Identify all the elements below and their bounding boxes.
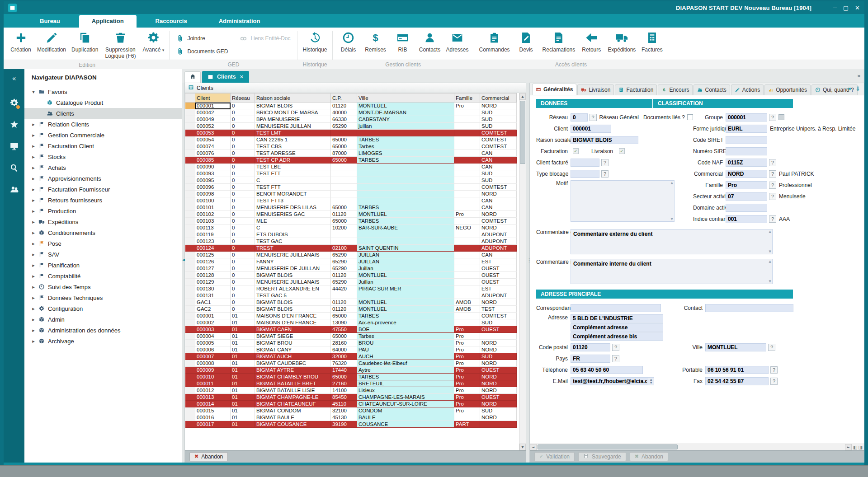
client-row-000017-bigmat-cousance[interactable]: 00001701BIGMAT COUSANCE39190COUSANCEPART	[185, 421, 517, 428]
client-row-000101-menuiserie-des-lilas[interactable]: 0001010MENUISERIE DES LILAS65000TARBESCA…	[185, 204, 517, 211]
row-selector[interactable]	[185, 401, 195, 407]
ribbon-button-avance[interactable]: Avancé ▾	[140, 30, 167, 55]
client-row-000012-bigmat-bataille-lisie[interactable]: 00001201BIGMAT BATAILLE LISIE14100Lisieu…	[185, 387, 517, 394]
client-row-000090-test-lbe[interactable]: 0000900TEST LBECAN	[185, 164, 517, 170]
client-row-000007-bigmat-auch[interactable]: 00000701BIGMAT AUCH32000AUCHProSUD	[185, 353, 517, 360]
row-selector[interactable]	[185, 421, 195, 428]
client-row-000008-bigmat-caudebec[interactable]: 00000801BIGMAT CAUDEBEC76320Caudebec-lès…	[185, 360, 517, 367]
grid-abandon-button[interactable]: ✖ Abandon	[189, 452, 228, 461]
ribbon-button-retours[interactable]: Retours	[578, 30, 605, 55]
client-row-000014-bigmat-chateauneuf[interactable]: 00001401BIGMAT CHATEAUNEUF45110CHATEAUNE…	[185, 401, 517, 407]
row-selector[interactable]	[185, 136, 195, 143]
column-header-famille[interactable]: Famille	[454, 94, 480, 103]
sidebar-item-pose[interactable]: ▸Pose	[24, 238, 182, 249]
sidebar-item-catalogue-produit[interactable]: Catalogue Produit	[24, 97, 182, 108]
sidebar-item-suivi-des-temps[interactable]: ▸Suivi des Temps	[24, 281, 182, 292]
sauvegarde-button[interactable]: Sauvegarde	[578, 452, 626, 461]
row-selector[interactable]	[185, 170, 195, 177]
code-siret-field[interactable]	[726, 136, 767, 144]
pays-field[interactable]: FR	[571, 355, 610, 363]
detail-tab-generalites[interactable]: Généralités	[532, 84, 576, 95]
sidebar-item-expeditions[interactable]: ▸Expéditions	[24, 216, 182, 227]
row-selector[interactable]	[185, 197, 195, 204]
client-row-000010-bigmat-chambly-brou[interactable]: 00001001BIGMAT CHAMBLY BROU65000TARBESPr…	[185, 374, 517, 380]
row-selector[interactable]	[185, 340, 195, 346]
fax-help-button[interactable]: ?	[770, 378, 778, 385]
spinner-down-icon[interactable]: ▼	[650, 381, 652, 384]
client-row-000002-maisons-d-en-france[interactable]: 00000201MAISONS D'EN FRANCE13090Aix-en-p…	[185, 319, 517, 326]
sidebar-item-achats[interactable]: ▸Achats	[24, 162, 182, 173]
menu-tab-administration[interactable]: Administration	[206, 15, 273, 28]
home-tab[interactable]	[184, 71, 201, 83]
row-selector[interactable]	[185, 103, 195, 109]
sidebar-item-stocks[interactable]: ▸Stocks	[24, 151, 182, 162]
row-selector[interactable]	[185, 387, 195, 394]
sidebar-item-donnees-techniques[interactable]: ▸Données Techniques	[24, 292, 182, 303]
client-row-000052-menuiserie-juillan[interactable]: 0000520MENUISERIE JUILLAN65290juillanSUD	[185, 123, 517, 130]
pin-panel-icon[interactable]: ⇥	[846, 85, 851, 92]
collapse-arrow-icon[interactable]: ◄	[182, 257, 185, 262]
numero-siren-field[interactable]	[726, 147, 767, 155]
client-row-000013-bigmat-champagne-le[interactable]: 00001301BIGMAT CHAMPAGNE-LE85450CHAMPAGN…	[185, 394, 517, 401]
menu-tab-application[interactable]: Application	[79, 15, 137, 28]
row-selector[interactable]	[185, 414, 195, 421]
row-selector[interactable]	[185, 245, 195, 252]
scroll-track[interactable]	[519, 100, 526, 444]
ribbon-button-documents-ged[interactable]: Documents GED	[176, 48, 228, 56]
scroll-down-button[interactable]: ▼	[519, 444, 526, 450]
ribbon-button-commandes[interactable]: Commandes	[476, 30, 513, 55]
row-selector[interactable]	[185, 319, 195, 326]
motif-textarea[interactable]	[571, 180, 675, 222]
column-header-reseau[interactable]: Réseau	[231, 94, 255, 103]
type-blocage-help-button[interactable]: ?	[601, 170, 609, 178]
code-postal-field[interactable]: 01120	[571, 343, 610, 351]
validation-button[interactable]: ✓ Validation	[534, 452, 575, 461]
groupe-option-checkbox[interactable]	[778, 114, 784, 120]
sidebar-item-facturation-fournisseur[interactable]: ▸Facturation Fournisseur	[24, 184, 182, 195]
correspondant-field[interactable]	[571, 304, 661, 312]
sidebar-item-configuration[interactable]: ▸Configuration	[24, 303, 182, 314]
client-row-000016-bigmat-baule[interactable]: 00001601BIGMAT BAULE45130BAULENORD	[185, 414, 517, 421]
horizontal-scrollbar[interactable]: ◄ ► ◧ ◨	[530, 444, 864, 450]
client-row-000123-test-gac[interactable]: 0001230TEST GACADUPONT	[185, 238, 517, 245]
collapse-navigator-button[interactable]: «	[12, 75, 16, 83]
detail-tab-opportunites[interactable]: Opportunités	[764, 84, 811, 95]
column-header-client[interactable]: Client	[195, 94, 231, 103]
row-selector[interactable]	[185, 258, 195, 265]
pays-help-button[interactable]: ?	[612, 355, 619, 362]
sidebar-item-retours-fournisseurs[interactable]: ▸Retours fournisseurs	[24, 195, 182, 206]
row-selector[interactable]	[185, 238, 195, 245]
groupe-help-button[interactable]: ?	[769, 114, 776, 121]
adresse-line3-field[interactable]: Complément adresse bis	[571, 332, 663, 341]
scroll-up-button[interactable]: ▲	[519, 93, 526, 100]
row-selector[interactable]	[185, 224, 195, 231]
row-selector[interactable]	[185, 306, 195, 313]
row-selector[interactable]	[185, 252, 195, 258]
client-row-000131-test-gac-5[interactable]: 0001310TEST GAC 5ADUPONT	[185, 292, 517, 299]
facturation-checkbox[interactable]: ✓	[573, 148, 579, 154]
commentaire-int-textarea[interactable]: Commentaire interne du client	[571, 259, 773, 284]
row-selector[interactable]	[185, 157, 195, 164]
ribbon-button-modification[interactable]: Modification	[34, 30, 69, 55]
commentaire-ext-textarea[interactable]: Commentaire externe du client	[571, 229, 773, 254]
row-selector[interactable]	[185, 184, 195, 191]
sidebar-item-comptabilite[interactable]: ▸Comptabilité	[24, 271, 182, 281]
row-selector[interactable]	[185, 407, 195, 414]
client-row-000098-benoit-morandet[interactable]: 0000980BENOIT MORANDETNORD	[185, 191, 517, 197]
portable-help-button[interactable]: ?	[770, 366, 778, 374]
ribbon-button-duplication[interactable]: Duplication	[69, 30, 101, 55]
indice-confiance-field[interactable]: 001	[726, 215, 767, 223]
sidebar-item-relation-clients[interactable]: ▸Relation Clients	[24, 119, 182, 130]
client-row-000125-menuiserie-juillanais[interactable]: 0001250MENUISERIE JUILLANAIS65290JUILLAN…	[185, 252, 517, 258]
sidebar-item-production[interactable]: ▸Production	[24, 206, 182, 216]
row-selector[interactable]	[185, 326, 195, 333]
client-row-000054-can-22265-1[interactable]: 0000540CAN 22265 165000TARBESCOMTEST	[185, 136, 517, 143]
column-header-ville[interactable]: Ville	[357, 94, 454, 103]
column-header-raison-sociale[interactable]: Raison sociale	[255, 94, 331, 103]
ribbon-button-factures[interactable]: Factures	[638, 30, 665, 55]
scroll-right-button[interactable]: ►	[845, 444, 852, 450]
row-selector[interactable]	[185, 123, 195, 130]
forme-juridique-field[interactable]: EURL	[726, 125, 767, 133]
client-row-gac2-bigmat-blois[interactable]: GAC20BIGMAT BLOIS01120MONTLUELAMOBTEST	[185, 306, 517, 313]
row-selector[interactable]	[185, 360, 195, 367]
